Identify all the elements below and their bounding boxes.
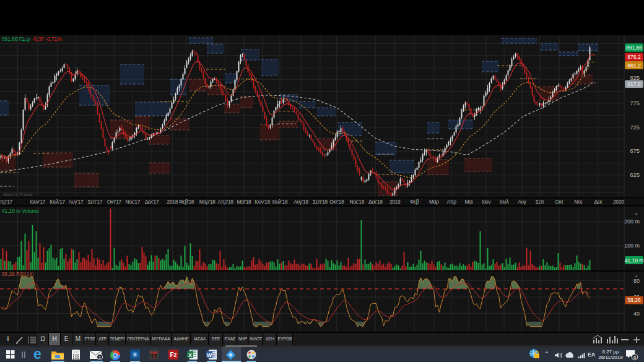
svg-text:Ιουλ'17: Ιουλ'17 bbox=[50, 199, 65, 205]
svg-text:891,86 ΓΔ.gr -6,37 -0,71%: 891,86 ΓΔ.gr -6,37 -0,71% bbox=[2, 36, 62, 42]
svg-text:Οκτ'17: Οκτ'17 bbox=[107, 199, 122, 205]
svg-text:Φεβ: Φεβ bbox=[410, 199, 419, 205]
svg-text:W: W bbox=[207, 351, 212, 358]
svg-text:Αυγ'18: Αυγ'18 bbox=[294, 199, 308, 205]
svg-text:Οκτ'18: Οκτ'18 bbox=[329, 199, 344, 205]
svg-text:Ιουλ'18: Ιουλ'18 bbox=[272, 199, 288, 205]
svg-text:Νοε'17: Νοε'17 bbox=[126, 199, 141, 205]
svg-text:Νοε'18: Νοε'18 bbox=[350, 199, 365, 205]
svg-text:876,2: 876,2 bbox=[627, 54, 641, 60]
svg-text:2018: 2018 bbox=[167, 199, 178, 205]
svg-text:Ιουν'18: Ιουν'18 bbox=[255, 199, 270, 205]
svg-text:Αυγ: Αυγ bbox=[518, 199, 527, 205]
svg-text:861,2: 861,2 bbox=[627, 62, 641, 69]
svg-text:Μαρ'18: Μαρ'18 bbox=[199, 199, 215, 205]
svg-text:675: 675 bbox=[630, 147, 640, 154]
svg-text:Απρ'18: Απρ'18 bbox=[217, 199, 233, 205]
svg-text:2019: 2019 bbox=[389, 199, 401, 205]
svg-text:Σεπ: Σεπ bbox=[536, 199, 544, 205]
svg-text:×: × bbox=[635, 211, 638, 217]
svg-text:625: 625 bbox=[630, 171, 640, 178]
svg-text:MetricTrade: MetricTrade bbox=[3, 192, 33, 197]
svg-text:Δεκ: Δεκ bbox=[594, 199, 603, 205]
svg-text:πρ'17: πρ'17 bbox=[0, 199, 13, 205]
svg-text:Μαι: Μαι bbox=[465, 199, 473, 205]
svg-text:775: 775 bbox=[630, 100, 640, 106]
svg-text:817,8: 817,8 bbox=[627, 81, 641, 87]
svg-text:Μαρ: Μαρ bbox=[429, 199, 439, 205]
svg-text:58,26: 58,26 bbox=[627, 297, 641, 303]
svg-text:41,10 m Volume: 41,10 m Volume bbox=[2, 208, 39, 214]
svg-text:Απρ: Απρ bbox=[446, 199, 456, 205]
svg-text:Νοε: Νοε bbox=[574, 199, 583, 205]
svg-text:40: 40 bbox=[633, 311, 640, 317]
svg-text:725: 725 bbox=[630, 124, 640, 131]
svg-text:Σεπ'17: Σεπ'17 bbox=[87, 199, 102, 205]
svg-text:100 m: 100 m bbox=[624, 243, 640, 249]
svg-text:2020: 2020 bbox=[613, 199, 624, 205]
svg-text:Δεκ'17: Δεκ'17 bbox=[145, 199, 159, 205]
svg-text:Δεκ'18: Δεκ'18 bbox=[368, 199, 383, 205]
svg-text:X: X bbox=[188, 351, 192, 358]
svg-text:1: 1 bbox=[98, 355, 101, 360]
svg-text:Fz: Fz bbox=[170, 351, 176, 358]
svg-text:Ιουν'17: Ιουν'17 bbox=[30, 199, 45, 205]
svg-text:Οκτ: Οκτ bbox=[555, 199, 564, 205]
svg-text:Ιουν: Ιουν bbox=[482, 199, 491, 205]
svg-text:Αυγ'17: Αυγ'17 bbox=[69, 199, 84, 205]
svg-text:41,10 m: 41,10 m bbox=[625, 257, 644, 264]
svg-text:58,26 RSI(14): 58,26 RSI(14) bbox=[2, 271, 34, 277]
svg-text:Φεβ'18: Φεβ'18 bbox=[179, 199, 194, 205]
svg-text:Ιουλ: Ιουλ bbox=[500, 199, 510, 205]
svg-text:Σεπ'18: Σεπ'18 bbox=[313, 199, 328, 205]
svg-text:891,86: 891,86 bbox=[626, 45, 642, 51]
svg-text:200 m: 200 m bbox=[624, 218, 640, 225]
svg-text:6: 6 bbox=[633, 355, 636, 360]
svg-text:Μαϊ'18: Μαϊ'18 bbox=[237, 199, 251, 205]
svg-text:80: 80 bbox=[633, 278, 640, 284]
